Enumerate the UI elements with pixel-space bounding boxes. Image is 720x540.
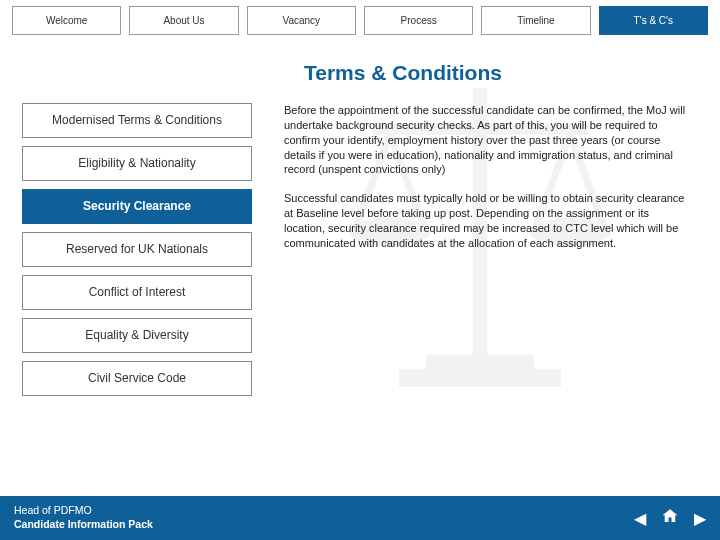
sidebar-item-conflict[interactable]: Conflict of Interest xyxy=(22,275,252,310)
sidebar-item-civil-service[interactable]: Civil Service Code xyxy=(22,361,252,396)
page-title: Terms & Conditions xyxy=(0,61,720,85)
tab-ts-and-cs[interactable]: T's & C's xyxy=(599,6,708,35)
main-content: Before the appointment of the successful… xyxy=(284,103,698,404)
sidebar-item-eligibility[interactable]: Eligibility & Nationality xyxy=(22,146,252,181)
tab-vacancy[interactable]: Vacancy xyxy=(247,6,356,35)
tab-welcome[interactable]: Welcome xyxy=(12,6,121,35)
tab-timeline[interactable]: Timeline xyxy=(481,6,590,35)
tab-about-us[interactable]: About Us xyxy=(129,6,238,35)
body-paragraph-2: Successful candidates must typically hol… xyxy=(284,191,692,250)
sidebar-item-security-clearance[interactable]: Security Clearance xyxy=(22,189,252,224)
prev-arrow-icon[interactable]: ◀ xyxy=(634,509,646,528)
footer-nav: ◀ ▶ xyxy=(634,507,706,529)
sidebar-item-equality[interactable]: Equality & Diversity xyxy=(22,318,252,353)
footer-line2: Candidate Information Pack xyxy=(14,518,153,532)
tab-process[interactable]: Process xyxy=(364,6,473,35)
next-arrow-icon[interactable]: ▶ xyxy=(694,509,706,528)
body-paragraph-1: Before the appointment of the successful… xyxy=(284,103,692,177)
sidebar: Modernised Terms & Conditions Eligibilit… xyxy=(22,103,252,404)
top-nav: Welcome About Us Vacancy Process Timelin… xyxy=(0,0,720,35)
home-icon[interactable] xyxy=(660,507,680,529)
sidebar-item-modernised-tc[interactable]: Modernised Terms & Conditions xyxy=(22,103,252,138)
footer-text: Head of PDFMO Candidate Information Pack xyxy=(14,504,153,531)
footer: Head of PDFMO Candidate Information Pack… xyxy=(0,496,720,540)
sidebar-item-reserved-uk[interactable]: Reserved for UK Nationals xyxy=(22,232,252,267)
footer-line1: Head of PDFMO xyxy=(14,504,153,518)
